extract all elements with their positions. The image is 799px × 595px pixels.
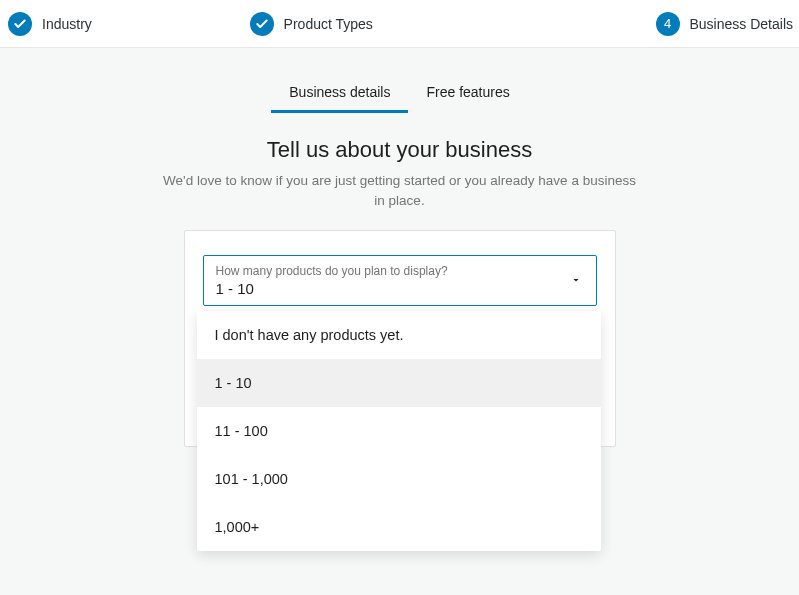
tab-free-features[interactable]: Free features [408,74,527,113]
chevron-down-icon [570,272,582,290]
dropdown-option[interactable]: I don't have any products yet. [197,311,601,359]
select-value: 1 - 10 [216,280,584,297]
step-label: Business Details [690,16,794,32]
check-icon [8,12,32,36]
dropdown-option[interactable]: 1 - 10 [197,359,601,407]
product-count-dropdown: I don't have any products yet. 1 - 10 11… [197,311,601,551]
step-number-icon: 4 [656,12,680,36]
dropdown-option[interactable]: 11 - 100 [197,407,601,455]
tabs: Business details Free features [0,74,799,113]
tab-business-details[interactable]: Business details [271,74,408,113]
check-icon [250,12,274,36]
form-card: How many products do you plan to display… [184,230,616,447]
select-label: How many products do you plan to display… [216,264,584,278]
product-count-select[interactable]: How many products do you plan to display… [203,255,597,306]
page-subheading: We'd love to know if you are just gettin… [160,171,640,210]
step-label: Product Types [284,16,373,32]
wizard-stepper: Industry Product Types 4 Business Detail… [0,0,799,48]
step-label: Industry [42,16,92,32]
step-business-details[interactable]: 4 Business Details [550,12,799,36]
main-content: Business details Free features Tell us a… [0,48,799,447]
page-heading: Tell us about your business [0,137,799,163]
step-industry[interactable]: Industry [0,12,232,36]
dropdown-option[interactable]: 101 - 1,000 [197,455,601,503]
dropdown-option[interactable]: 1,000+ [197,503,601,551]
step-product-types[interactable]: Product Types [232,12,551,36]
